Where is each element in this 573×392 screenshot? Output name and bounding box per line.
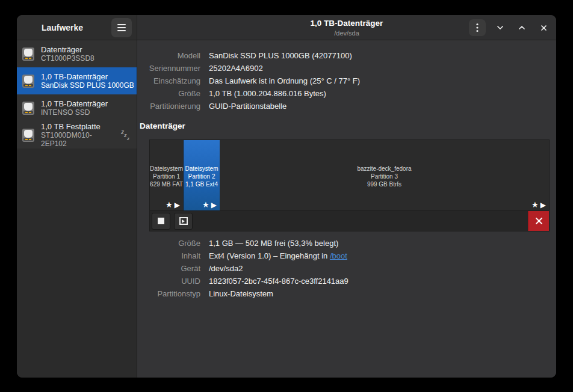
info-value: 1823f057-2bc7-45f4-867c-ce3ff2141aa9 [209, 277, 348, 286]
info-label: Größe [140, 89, 200, 98]
info-label: Partitionstyp [140, 289, 200, 298]
info-row: Partitionierung GUID-Partitionstabelle [140, 100, 550, 112]
drive-title: 1,0 TB Festplatte [41, 122, 114, 131]
info-row: Größe 1,1 GB — 502 MB frei (53,3% belegt… [140, 237, 550, 250]
sidebar-item-drive-st1000[interactable]: 1,0 TB Festplatte ST1000DM010-2EP102 zzz [17, 121, 137, 149]
partition-3[interactable]: bazzite-deck_fedora Partition 3 999 GB B… [220, 140, 549, 210]
info-row: Partitionstyp Linux-Dateisystem [140, 287, 550, 300]
app-menu-button[interactable] [111, 18, 132, 37]
maximize-button[interactable] [515, 20, 529, 35]
info-row: Modell SanDisk SSD PLUS 1000GB (42077100… [140, 49, 550, 62]
star-icon: ★ [166, 200, 173, 209]
info-row: Inhalt Ext4 (Version 1.0) – Eingehängt i… [140, 250, 550, 262]
info-row: Gerät /dev/sda2 [140, 262, 550, 275]
info-row: Seriennummer 25202A4A6902 [140, 62, 550, 75]
partition-line: 629 MB FAT [150, 180, 183, 188]
info-row: Größe 1,0 TB (1.000.204.886.016 Bytes) [140, 87, 550, 100]
close-icon [540, 24, 548, 32]
info-row: Einschätzung Das Laufwerk ist in Ordnung… [140, 75, 550, 87]
info-value: 1,0 TB (1.000.204.886.016 Bytes) [209, 89, 326, 98]
info-value: GUID-Partitionstabelle [209, 102, 286, 111]
partition-line: bazzite-deck_fedora [220, 165, 549, 173]
info-row: UUID 1823f057-2bc7-45f4-867c-ce3ff2141aa… [140, 275, 550, 287]
volumes-diagram: Dateisystem Partition 1 629 MB FAT ★ ▶ D… [149, 139, 550, 211]
star-icon: ★ [531, 200, 539, 209]
info-label: UUID [140, 277, 200, 286]
hamburger-icon [117, 24, 126, 31]
delete-x-icon [534, 216, 544, 225]
info-label: Partitionierung [140, 102, 200, 111]
partition-options-button[interactable] [174, 213, 193, 230]
harddisk-icon [21, 74, 36, 88]
mounted-play-icon: ▶ [540, 201, 546, 209]
harddisk-icon [21, 128, 36, 142]
info-value: Linux-Dateisystem [209, 289, 273, 298]
drive-details-pane: Modell SanDisk SSD PLUS 1000GB (42077100… [137, 40, 556, 378]
gnome-disks-window: Laufwerke 1,0 TB-Datenträger /dev/sda [17, 15, 556, 378]
partition-line: Partition 2 [184, 173, 220, 180]
drive-subtitle: INTENSO SSD [41, 108, 137, 117]
mounted-play-icon: ▶ [211, 201, 217, 209]
harddisk-icon [21, 101, 36, 115]
drive-subtitle: ST1000DM010-2EP102 [41, 131, 114, 148]
app-title: Laufwerke [17, 15, 108, 40]
boot-mountpoint-link[interactable]: /boot [330, 251, 347, 260]
sidebar-item-drive-sandisk[interactable]: 1,0 TB-Datenträger SanDisk SSD PLUS 1000… [17, 67, 137, 94]
drive-info-grid: Modell SanDisk SSD PLUS 1000GB (42077100… [140, 49, 550, 112]
close-button[interactable] [536, 20, 551, 35]
info-label: Einschätzung [140, 76, 200, 85]
sidebar-item-drive-intenso[interactable]: 1,0 TB-Datenträger INTENSO SSD [17, 94, 137, 121]
sidebar-item-drive-ct1000[interactable]: Datenträger CT1000P3SSD8 [17, 40, 137, 67]
info-label: Größe [140, 239, 200, 248]
info-value: 1,1 GB — 502 MB frei (53,3% belegt) [209, 239, 338, 248]
unmount-button[interactable] [152, 213, 170, 230]
window-controls [469, 19, 551, 36]
info-label: Inhalt [140, 251, 200, 260]
main-header: 1,0 TB-Datenträger /dev/sda [137, 15, 556, 40]
partition-line: 999 GB Btrfs [220, 180, 549, 188]
info-value: 25202A4A6902 [209, 64, 263, 73]
partition-line: Dateisystem [150, 165, 183, 173]
chevron-up-icon [518, 23, 526, 32]
harddisk-icon [21, 47, 36, 61]
volume-info-grid: Größe 1,1 GB — 502 MB frei (53,3% belegt… [140, 237, 550, 300]
info-label: Seriennummer [140, 64, 200, 73]
partition-2[interactable]: Dateisystem Partition 2 1,1 GB Ext4 ★ ▶ [184, 140, 220, 210]
minimize-button[interactable] [493, 20, 507, 35]
titlebar: Laufwerke 1,0 TB-Datenträger /dev/sda [17, 15, 556, 40]
volume-toolbar [149, 211, 550, 231]
info-value: SanDisk SSD PLUS 1000GB (42077100) [209, 51, 352, 60]
drive-list: Datenträger CT1000P3SSD8 1,0 TB-Datenträ… [17, 40, 137, 378]
drive-title: 1,0 TB-Datenträger [41, 99, 137, 108]
info-label: Modell [140, 51, 200, 60]
mounted-play-icon: ▶ [175, 201, 180, 209]
chevron-down-icon [496, 23, 504, 32]
partition-line: Dateisystem [184, 165, 220, 173]
partition-1[interactable]: Dateisystem Partition 1 629 MB FAT ★ ▶ [150, 140, 184, 210]
stop-icon [158, 218, 164, 224]
volumes-section-title: Datenträger [140, 121, 185, 130]
app-body: Datenträger CT1000P3SSD8 1,0 TB-Datenträ… [17, 40, 556, 378]
info-value: /dev/sda2 [209, 264, 243, 273]
play-box-icon [179, 217, 188, 225]
star-icon: ★ [202, 200, 209, 209]
delete-partition-button[interactable] [528, 211, 549, 231]
drive-title: 1,0 TB-Datenträger [41, 72, 137, 81]
info-label: Gerät [140, 264, 200, 273]
sleeping-icon: zzz [120, 128, 133, 142]
info-value: Ext4 (Version 1.0) – Eingehängt in [209, 251, 330, 260]
drive-title: Datenträger [41, 45, 137, 54]
info-value: Das Laufwerk ist in Ordnung (25° C / 77°… [209, 76, 360, 85]
kebab-menu-icon [476, 23, 479, 32]
drive-subtitle: CT1000P3SSD8 [41, 54, 137, 63]
partition-line: Partition 1 [150, 173, 183, 180]
partition-line: Partition 3 [220, 173, 549, 180]
sidebar-header: Laufwerke [17, 15, 137, 40]
partition-line: 1,1 GB Ext4 [184, 180, 220, 188]
drive-subtitle: SanDisk SSD PLUS 1000GB [41, 81, 137, 90]
drive-options-menu-button[interactable] [469, 19, 486, 36]
